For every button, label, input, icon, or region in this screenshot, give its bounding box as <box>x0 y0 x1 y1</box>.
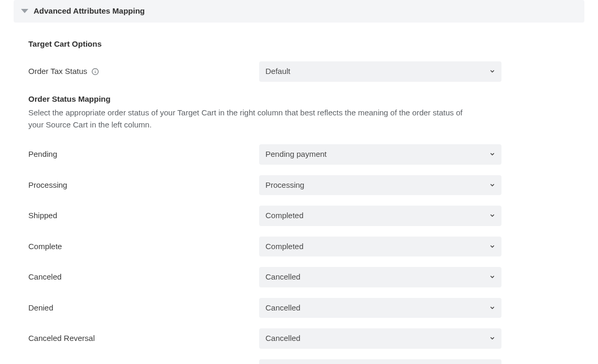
status-mapping-row: Canceled ReversalCancelled <box>28 328 570 349</box>
status-mapping-row: FailedFailed <box>28 359 570 365</box>
order-status-mapping-description: Select the appropriate order status of y… <box>28 107 479 131</box>
status-mapping-row: DeniedCancelled <box>28 298 570 318</box>
order-tax-status-label: Order Tax Status <box>28 66 87 78</box>
target-status-select[interactable]: Failed <box>259 359 501 365</box>
target-status-value: Processing <box>259 175 501 196</box>
target-status-value: Failed <box>259 359 501 365</box>
order-tax-status-value: Default <box>259 61 501 82</box>
target-status-select[interactable]: Cancelled <box>259 328 501 349</box>
target-status-select[interactable]: Pending payment <box>259 144 501 165</box>
target-cart-options-heading: Target Cart Options <box>28 38 570 50</box>
panel-title: Advanced Attributes Mapping <box>34 5 145 17</box>
order-status-mapping-heading: Order Status Mapping <box>28 93 570 105</box>
source-status-label: Complete <box>28 242 62 251</box>
source-status-label: Canceled <box>28 272 61 281</box>
target-status-value: Cancelled <box>259 298 501 318</box>
source-status-label: Denied <box>28 303 54 312</box>
svg-point-2 <box>95 70 95 70</box>
source-status-label: Canceled Reversal <box>28 334 95 342</box>
target-status-select[interactable]: Cancelled <box>259 267 501 287</box>
source-status-label: Pending <box>28 149 57 158</box>
target-status-select[interactable]: Completed <box>259 237 501 257</box>
target-status-value: Completed <box>259 237 501 257</box>
status-mapping-row: ShippedCompleted <box>28 206 570 226</box>
info-icon[interactable] <box>91 68 99 76</box>
order-tax-status-select[interactable]: Default <box>259 61 501 82</box>
source-status-label: Shipped <box>28 211 57 220</box>
source-status-label: Processing <box>28 180 67 189</box>
status-mapping-row: CanceledCancelled <box>28 267 570 287</box>
target-status-value: Completed <box>259 206 501 226</box>
status-mapping-row: PendingPending payment <box>28 144 570 165</box>
status-mapping-row: ProcessingProcessing <box>28 175 570 196</box>
target-status-value: Pending payment <box>259 144 501 165</box>
panel-header[interactable]: Advanced Attributes Mapping <box>14 0 584 23</box>
target-status-select[interactable]: Cancelled <box>259 298 501 318</box>
target-status-select[interactable]: Completed <box>259 206 501 226</box>
target-status-value: Cancelled <box>259 267 501 287</box>
status-mapping-row: CompleteCompleted <box>28 237 570 257</box>
target-status-select[interactable]: Processing <box>259 175 501 196</box>
target-status-value: Cancelled <box>259 328 501 349</box>
chevron-down-icon <box>21 9 28 13</box>
order-tax-status-row: Order Tax Status Default <box>28 61 570 82</box>
